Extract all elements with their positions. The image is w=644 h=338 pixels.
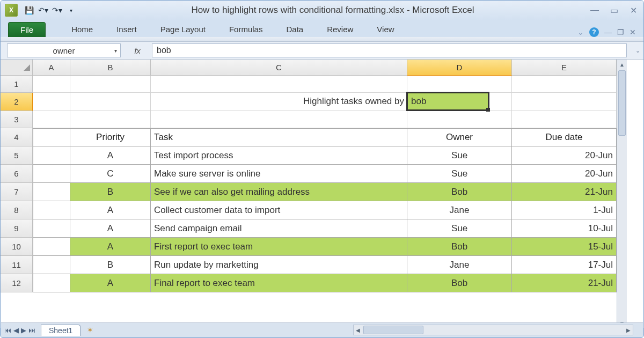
cell-blank[interactable] <box>33 238 70 256</box>
cell-due-date[interactable]: 21-Jun <box>512 183 617 201</box>
tab-data[interactable]: Data <box>274 21 315 37</box>
cell-owner[interactable]: Bob <box>407 183 512 201</box>
scroll-up-icon[interactable]: ▲ <box>617 60 627 69</box>
row-header-4[interactable]: 4 <box>1 128 33 146</box>
ribbon-minimize-icon[interactable]: ⌄ <box>577 28 584 36</box>
cell-blank[interactable] <box>33 219 70 238</box>
cell-task[interactable]: Run update by marketting <box>151 256 407 274</box>
sheet-nav-next-icon[interactable]: ▶ <box>21 326 26 334</box>
hscroll-thumb[interactable] <box>363 326 423 334</box>
cell-blank[interactable] <box>151 111 407 128</box>
cell-blank[interactable] <box>512 111 617 128</box>
cell-blank[interactable] <box>407 76 512 93</box>
col-header-e[interactable]: E <box>512 60 617 76</box>
col-header-b[interactable]: B <box>70 60 151 76</box>
close-icon[interactable]: ✕ <box>627 5 639 16</box>
cell-blank[interactable] <box>407 111 512 128</box>
cell-priority[interactable]: A <box>70 201 151 219</box>
row-header-3[interactable]: 3 <box>1 111 33 128</box>
cell-due-date[interactable]: 10-Jul <box>512 219 617 238</box>
row-header-2[interactable]: 2 <box>1 93 33 111</box>
sheet-nav-prev-icon[interactable]: ◀ <box>13 326 19 334</box>
col-header-a[interactable]: A <box>33 60 70 76</box>
cell-blank[interactable] <box>33 128 70 146</box>
fx-icon[interactable]: fx <box>123 46 152 55</box>
tab-insert[interactable]: Insert <box>105 21 149 37</box>
row-header-11[interactable]: 11 <box>1 256 33 274</box>
cell-blank[interactable] <box>33 183 70 201</box>
cell-task[interactable]: First report to exec team <box>151 238 407 256</box>
col-header-d[interactable]: D <box>407 60 512 76</box>
cell-priority[interactable]: A <box>70 274 151 292</box>
cell-due-date[interactable]: 20-Jun <box>512 146 617 165</box>
file-tab[interactable]: File <box>8 22 46 37</box>
cell-due-date[interactable]: 15-Jul <box>512 238 617 256</box>
cell-owner[interactable]: Bob <box>407 274 512 292</box>
cell-blank[interactable] <box>512 76 617 93</box>
help-icon[interactable]: ? <box>589 27 599 37</box>
cell-task[interactable]: Send campaign email <box>151 219 407 238</box>
doc-restore-icon[interactable]: ❐ <box>617 28 624 36</box>
header-task[interactable]: Task <box>151 128 407 146</box>
cell-blank[interactable] <box>33 111 70 128</box>
vscroll-thumb[interactable] <box>618 70 626 136</box>
sheet-tab-sheet1[interactable]: Sheet1 <box>41 325 80 336</box>
cell-grid[interactable]: Highlight tasks owned by bob PriorityTas… <box>33 76 617 292</box>
formula-input[interactable]: bob <box>152 43 627 57</box>
doc-close-icon[interactable]: ✕ <box>630 28 636 36</box>
cell-blank[interactable] <box>70 111 151 128</box>
cell-due-date[interactable]: 17-Jul <box>512 256 617 274</box>
cell-task[interactable]: Collect customer data to import <box>151 201 407 219</box>
scroll-right-icon[interactable]: ▶ <box>624 327 633 333</box>
cell-priority[interactable]: B <box>70 256 151 274</box>
sheet-nav-last-icon[interactable]: ⏭ <box>28 326 35 334</box>
cell-blank[interactable] <box>70 93 151 111</box>
horizontal-scrollbar[interactable]: ◀ ▶ <box>353 325 633 335</box>
header-priority[interactable]: Priority <box>70 128 151 146</box>
cell-blank[interactable] <box>512 93 617 111</box>
cell-blank[interactable] <box>151 76 407 93</box>
cell-owner[interactable]: Sue <box>407 146 512 165</box>
row-header-8[interactable]: 8 <box>1 201 33 219</box>
tab-page-layout[interactable]: Page Layout <box>149 21 217 37</box>
row-header-6[interactable]: 6 <box>1 165 33 183</box>
cell-due-date[interactable]: 21-Jul <box>512 274 617 292</box>
cell-priority[interactable]: C <box>70 165 151 183</box>
undo-icon[interactable]: ↶▾ <box>37 4 49 16</box>
cell-blank[interactable] <box>70 76 151 93</box>
cell-blank[interactable] <box>33 274 70 292</box>
cell-blank[interactable] <box>33 256 70 274</box>
cell-blank[interactable] <box>33 201 70 219</box>
cell-task[interactable]: Final report to exec team <box>151 274 407 292</box>
maximize-icon[interactable]: ▭ <box>608 5 620 16</box>
tab-review[interactable]: Review <box>315 21 365 37</box>
tab-home[interactable]: Home <box>60 21 105 37</box>
col-header-c[interactable]: C <box>151 60 407 76</box>
cell-priority[interactable]: B <box>70 183 151 201</box>
cell-task[interactable]: Make sure server is online <box>151 165 407 183</box>
cell-owner[interactable]: Bob <box>407 238 512 256</box>
cell-priority[interactable]: A <box>70 146 151 165</box>
minimize-icon[interactable]: — <box>589 5 601 16</box>
fill-handle[interactable] <box>486 108 490 112</box>
cell-due-date[interactable]: 20-Jun <box>512 165 617 183</box>
tab-view[interactable]: View <box>365 21 406 37</box>
sheet-nav-first-icon[interactable]: ⏮ <box>4 326 11 334</box>
header-owner[interactable]: Owner <box>407 128 512 146</box>
cell-owner[interactable]: Sue <box>407 165 512 183</box>
new-sheet-icon[interactable]: ✶ <box>87 326 93 334</box>
cell-priority[interactable]: A <box>70 238 151 256</box>
vertical-scrollbar[interactable]: ▲ ▼ <box>617 60 627 328</box>
header-due-date[interactable]: Due date <box>512 128 617 146</box>
row-header-9[interactable]: 9 <box>1 219 33 238</box>
qat-dropdown-icon[interactable]: ▾ <box>65 4 77 16</box>
row-header-5[interactable]: 5 <box>1 146 33 165</box>
cell-task[interactable]: See if we can also get mailing address <box>151 183 407 201</box>
cell-blank[interactable] <box>33 165 70 183</box>
select-all-corner[interactable] <box>1 60 33 76</box>
scroll-left-icon[interactable]: ◀ <box>354 327 362 333</box>
doc-minimize-icon[interactable]: — <box>604 28 612 36</box>
cell-blank[interactable] <box>33 93 70 111</box>
row-header-10[interactable]: 10 <box>1 238 33 256</box>
cell-due-date[interactable]: 1-Jul <box>512 201 617 219</box>
